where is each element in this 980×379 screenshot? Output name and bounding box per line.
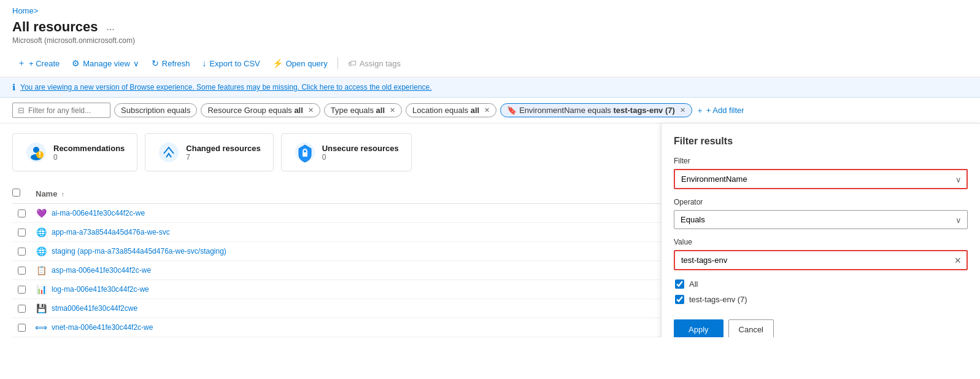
filter-select[interactable]: EnvironmentName — [674, 169, 968, 189]
assign-tags-button[interactable]: 🏷 Assign tags — [343, 55, 406, 71]
filter-tag-resource-group-remove[interactable]: ✕ — [308, 106, 314, 114]
value-input[interactable] — [675, 251, 966, 269]
row-5-link[interactable]: log-ma-006e41fe30c44f2c-we — [52, 285, 149, 294]
filter-tag-env-name[interactable]: 🔖 EnvironmentName equals test-tags-env (… — [500, 103, 692, 117]
filter-tag-type[interactable]: Type equals all ✕ — [324, 103, 402, 117]
row-6-link[interactable]: stma006e41fe30c44f2cwe — [52, 304, 137, 313]
export-csv-button[interactable]: ↓ Export to CSV — [197, 55, 264, 71]
filter-panel: Filter results Filter EnvironmentName ∨ … — [661, 123, 980, 337]
refresh-icon: ↻ — [152, 58, 159, 68]
row-4-link[interactable]: asp-ma-006e41fe30c44f2c-we — [52, 266, 151, 275]
filter-icon: ⊟ — [18, 106, 25, 115]
recommendations-card[interactable]: ! Recommendations 0 — [12, 133, 137, 171]
checkbox-all-input[interactable] — [675, 279, 684, 289]
checkbox-all-label: All — [689, 279, 698, 289]
gear-icon: ⚙ — [72, 58, 80, 68]
log-analytics-icon: 📊 — [36, 284, 47, 295]
page-subtitle: Microsoft (microsoft.onmicrosoft.com) — [12, 36, 968, 45]
row-1-link[interactable]: ai-ma-006e41fe30c44f2c-we — [52, 209, 145, 217]
toolbar: ＋ + Create ⚙ Manage view ∨ ↻ Refresh ↓ E… — [0, 50, 980, 77]
query-icon: ⚡ — [272, 58, 283, 68]
row-3-link[interactable]: staging (app-ma-a73a8544a45d476a-we-svc/… — [52, 247, 226, 256]
create-button[interactable]: ＋ + Create — [12, 55, 64, 72]
info-bar-link[interactable]: You are viewing a new version of Browse … — [20, 83, 432, 92]
toolbar-divider — [338, 57, 338, 69]
plus-filter-icon: ＋ — [696, 105, 704, 116]
checkbox-env-label: test-tags-env (7) — [689, 295, 747, 304]
apply-button[interactable]: Apply — [674, 319, 723, 337]
checkbox-env-input[interactable] — [675, 295, 684, 304]
row-7-checkbox[interactable] — [18, 324, 26, 332]
filter-panel-title: Filter results — [674, 136, 968, 147]
row-3-checkbox[interactable] — [18, 248, 26, 256]
filter-label: Filter — [674, 157, 968, 165]
checkbox-test-tags-env: test-tags-env (7) — [674, 292, 968, 307]
row-2-checkbox[interactable] — [18, 229, 26, 236]
unsecure-icon — [294, 141, 316, 163]
content-area: ! Recommendations 0 Cha — [0, 123, 980, 337]
filter-tag-subscription[interactable]: Subscription equals — [114, 103, 197, 117]
page-header: All resources ... Microsoft (microsoft.o… — [0, 18, 980, 50]
app-service-icon: 🌐 — [36, 227, 47, 238]
breadcrumb-sep: > — [34, 6, 39, 15]
checkbox-all: All — [674, 276, 968, 292]
storage-icon: 💾 — [36, 303, 47, 314]
row-6-checkbox[interactable] — [18, 305, 26, 313]
download-icon: ↓ — [202, 58, 206, 68]
chevron-down-icon: ∨ — [133, 59, 139, 68]
manage-view-button[interactable]: ⚙ Manage view ∨ — [67, 55, 144, 71]
filter-tag-type-remove[interactable]: ✕ — [390, 106, 395, 114]
svg-point-5 — [159, 143, 179, 162]
changed-resources-icon — [158, 141, 180, 163]
filter-tag-env-remove[interactable]: ✕ — [680, 106, 685, 114]
refresh-button[interactable]: ↻ Refresh — [147, 55, 195, 71]
operator-select[interactable]: Equals — [674, 210, 968, 229]
filter-tag-resource-group[interactable]: Resource Group equals all ✕ — [201, 103, 320, 117]
panel-actions: Apply Cancel — [674, 319, 968, 337]
tag-icon: 🏷 — [348, 58, 357, 68]
more-options-button[interactable]: ... — [102, 20, 118, 34]
svg-rect-7 — [303, 152, 307, 157]
row-2-link[interactable]: app-ma-a73a8544a45d476a-we-svc — [52, 228, 170, 236]
filter-field-input[interactable]: ⊟ — [12, 103, 110, 118]
app-service-slot-icon: 🌐 — [36, 246, 47, 257]
filter-select-wrapper: EnvironmentName ∨ — [674, 169, 968, 189]
env-filter-icon: 🔖 — [507, 106, 517, 115]
app-insights-icon: 💜 — [36, 208, 47, 219]
row-1-checkbox[interactable] — [18, 209, 26, 217]
row-7-link[interactable]: vnet-ma-006e41fe30c44f2c-we — [52, 323, 153, 332]
value-input-wrapper: ✕ — [674, 250, 968, 270]
app-service-plan-icon: 📋 — [36, 265, 47, 276]
add-filter-button[interactable]: ＋ + Add filter — [696, 105, 744, 116]
breadcrumb: Home > — [0, 0, 980, 18]
operator-label: Operator — [674, 198, 968, 206]
unsecure-resources-card[interactable]: Unsecure resources 0 — [281, 133, 412, 171]
row-4-checkbox[interactable] — [18, 267, 26, 275]
page-title: All resources — [12, 19, 98, 35]
header-checkbox-col — [12, 189, 31, 198]
info-bar: ℹ You are viewing a new version of Brows… — [0, 77, 980, 98]
svg-text:!: ! — [39, 150, 41, 159]
open-query-button[interactable]: ⚡ Open query — [268, 55, 333, 71]
filter-text-input[interactable] — [28, 106, 102, 115]
filter-bar: ⊟ Subscription equals Resource Group equ… — [0, 98, 980, 123]
recommendations-icon: ! — [25, 141, 47, 163]
info-icon: ℹ — [12, 82, 15, 92]
breadcrumb-home[interactable]: Home — [12, 6, 34, 15]
plus-icon: ＋ — [17, 58, 26, 69]
filter-tag-location-remove[interactable]: ✕ — [484, 106, 490, 114]
vnet-icon: ⟺ — [36, 322, 47, 333]
select-all-checkbox[interactable] — [12, 189, 20, 197]
value-input-clear-button[interactable]: ✕ — [954, 256, 962, 265]
cancel-button[interactable]: Cancel — [728, 319, 774, 337]
operator-select-wrapper: Equals ∨ — [674, 210, 968, 229]
row-5-checkbox[interactable] — [18, 286, 26, 294]
sort-arrow-icon: ↑ — [61, 191, 64, 198]
filter-tag-location[interactable]: Location equals all ✕ — [406, 103, 496, 117]
changed-resources-card[interactable]: Changed resources 7 — [145, 133, 273, 171]
recommendations-text: Recommendations 0 — [53, 144, 125, 162]
unsecure-text: Unsecure resources 0 — [322, 144, 399, 162]
value-label: Value — [674, 238, 968, 246]
changed-text: Changed resources 7 — [186, 144, 260, 162]
